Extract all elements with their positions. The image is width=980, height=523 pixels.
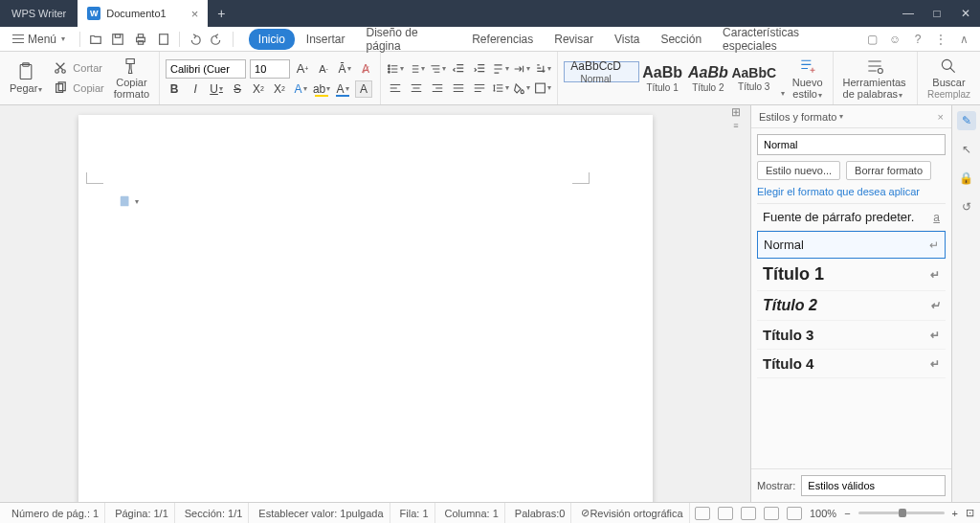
tab-referencias[interactable]: Referencias <box>462 29 543 50</box>
view-print-icon[interactable] <box>718 507 733 520</box>
help-icon[interactable]: ? <box>909 33 926 46</box>
align-center-icon[interactable] <box>408 80 425 97</box>
page-float-button[interactable]: ▾ <box>119 194 139 208</box>
new-style-btn[interactable]: Estilo nuevo... <box>757 161 840 180</box>
redo-icon[interactable] <box>208 30 227 49</box>
layout-toggle[interactable]: ⊞≡ <box>731 105 741 130</box>
zoom-value[interactable]: 100% <box>810 508 836 519</box>
word-tools-button[interactable]: Herramientas de palabras▾ <box>839 57 911 100</box>
subscript-button[interactable]: X2 <box>271 80 288 98</box>
canvas-area[interactable]: ▾ ⊞≡ <box>0 105 750 502</box>
status-words[interactable]: Palabras:0 <box>509 503 572 523</box>
save-icon[interactable] <box>109 30 128 49</box>
align-left-icon[interactable] <box>387 80 404 97</box>
fit-page-icon[interactable]: ⊡ <box>966 507 974 519</box>
clear-format-btn[interactable]: Borrar formato <box>846 161 931 180</box>
print-icon[interactable] <box>131 30 150 49</box>
bullets-icon[interactable]: ▾ <box>387 60 404 78</box>
paste-button[interactable]: Pegar▾ <box>6 62 46 94</box>
style-item-titulo3[interactable]: Título 3↵ <box>757 321 946 350</box>
cut-button[interactable]: Cortar <box>52 59 103 77</box>
shading-icon[interactable]: ▾ <box>513 80 530 97</box>
status-spell[interactable]: ⊘ Revisión ortográfica <box>575 503 689 523</box>
show-filter-select[interactable]: Estilos válidos <box>801 475 946 496</box>
font-size-select[interactable] <box>250 59 290 79</box>
format-painter-button[interactable]: Copiar formato <box>110 57 153 100</box>
style-normal[interactable]: AaBbCcDNormal <box>564 61 639 82</box>
print-preview-icon[interactable] <box>154 30 173 49</box>
close-window-icon[interactable]: ✕ <box>951 0 980 27</box>
tab-char-icon[interactable]: ▾ <box>513 60 530 78</box>
new-style-button[interactable]: Nuevo estilo▾ <box>789 57 827 101</box>
collapse-ribbon-icon[interactable]: ∧ <box>955 33 972 46</box>
open-icon[interactable] <box>86 30 105 49</box>
panel-close-icon[interactable]: × <box>938 111 944 123</box>
sidebar-lock-icon[interactable]: 🔒 <box>957 169 976 188</box>
change-case-icon[interactable]: Ā▾ <box>336 60 353 78</box>
highlight-button[interactable]: ab▾ <box>313 80 330 98</box>
status-page-no[interactable]: Número de pág.: 1 <box>6 503 105 523</box>
style-item-titulo2[interactable]: Título 2↵ <box>757 291 946 321</box>
decrease-indent-icon[interactable] <box>450 60 467 78</box>
zoom-in-icon[interactable]: + <box>952 508 958 519</box>
char-shading-button[interactable]: A <box>355 80 372 98</box>
copy-button[interactable]: Copiar <box>52 80 103 97</box>
minimize-icon[interactable]: — <box>894 0 923 27</box>
undo-icon[interactable] <box>186 30 205 49</box>
status-page[interactable]: Página: 1/1 <box>109 503 175 523</box>
view-outline-icon[interactable] <box>741 507 756 520</box>
clear-format-icon[interactable]: A̷ <box>357 60 374 78</box>
text-direction-icon[interactable]: ▾ <box>492 60 509 78</box>
sidebar-history-icon[interactable]: ↺ <box>957 197 976 216</box>
more-icon[interactable]: ⋮ <box>932 33 949 46</box>
style-titulo1[interactable]: AaBbTítulo 1 <box>639 61 685 96</box>
close-tab-icon[interactable]: × <box>191 7 199 21</box>
style-item-default-font[interactable]: Fuente de párrafo predeter.a <box>757 204 946 231</box>
status-row[interactable]: Fila: 1 <box>394 503 435 523</box>
underline-button[interactable]: U▾ <box>208 80 225 98</box>
font-color-button[interactable]: A▾ <box>334 80 351 98</box>
document-page[interactable] <box>78 115 653 502</box>
sort-icon[interactable]: ▾ <box>534 60 551 78</box>
view-fullscreen-icon[interactable] <box>695 507 710 520</box>
smile-icon[interactable]: ☺ <box>886 33 903 46</box>
menu-button[interactable]: Menú ▾ <box>4 29 74 50</box>
shrink-font-icon[interactable]: A- <box>315 60 332 78</box>
line-spacing-icon[interactable]: ▾ <box>492 80 509 97</box>
view-read-icon[interactable] <box>787 507 802 520</box>
app-tab[interactable]: WPS Writer <box>0 0 78 27</box>
align-right-icon[interactable] <box>429 80 446 97</box>
document-tab[interactable]: W Documento1 × <box>78 0 208 27</box>
current-style-select[interactable]: Normal <box>757 134 946 155</box>
zoom-out-icon[interactable]: − <box>844 508 850 519</box>
multilevel-icon[interactable]: ▾ <box>429 60 446 78</box>
distribute-icon[interactable] <box>471 80 488 97</box>
style-titulo2[interactable]: AaBbTítulo 2 <box>685 61 731 96</box>
style-titulo3[interactable]: AaBbCTítulo 3 <box>731 61 777 96</box>
increase-indent-icon[interactable] <box>471 60 488 78</box>
numbering-icon[interactable]: ▾ <box>408 60 425 78</box>
find-replace-button[interactable]: Buscar Reemplaz <box>924 57 974 100</box>
bold-button[interactable]: B <box>166 80 183 98</box>
superscript-button[interactable]: X2 <box>250 80 267 98</box>
italic-button[interactable]: I <box>187 80 204 98</box>
tab-inicio[interactable]: Inicio <box>249 29 295 50</box>
zoom-slider[interactable] <box>858 512 945 514</box>
style-item-titulo4[interactable]: Título 4↵ <box>757 350 946 378</box>
maximize-icon[interactable]: □ <box>923 0 951 27</box>
status-col[interactable]: Columna: 1 <box>439 503 505 523</box>
grow-font-icon[interactable]: A+ <box>294 60 311 78</box>
status-ruler[interactable]: Establecer valor: 1pulgada <box>253 503 390 523</box>
box-icon[interactable]: ▢ <box>863 33 880 46</box>
style-item-titulo1[interactable]: Título 1↵ <box>757 259 946 291</box>
status-section[interactable]: Sección: 1/1 <box>179 503 250 523</box>
borders-icon[interactable]: ▾ <box>534 80 551 97</box>
tab-seccion[interactable]: Sección <box>651 29 711 50</box>
view-web-icon[interactable] <box>764 507 779 520</box>
strike-button[interactable]: S <box>229 80 246 98</box>
new-tab-button[interactable]: + <box>208 0 234 27</box>
tab-insertar[interactable]: Insertar <box>297 29 355 50</box>
text-effects-button[interactable]: A▾ <box>292 80 309 98</box>
tab-revisar[interactable]: Revisar <box>545 29 603 50</box>
justify-icon[interactable] <box>450 80 467 97</box>
